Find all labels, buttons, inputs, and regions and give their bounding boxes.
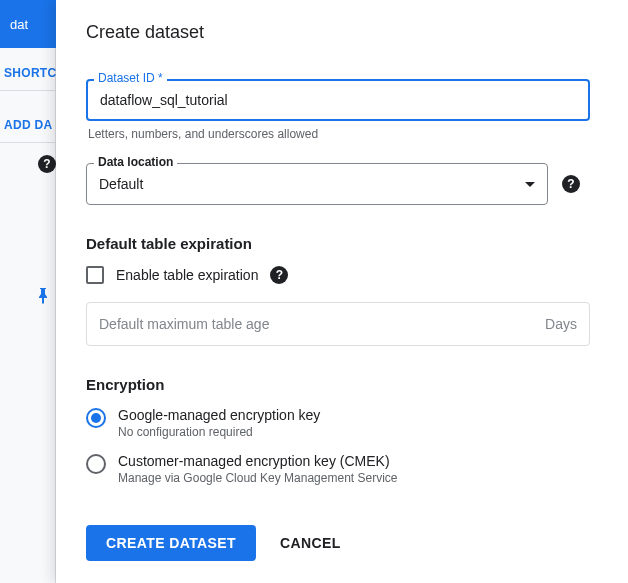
chevron-down-icon (525, 182, 535, 187)
data-location-select[interactable]: Default (86, 163, 548, 205)
create-dataset-button[interactable]: CREATE DATASET (86, 525, 256, 561)
enable-expiration-label: Enable table expiration (116, 267, 258, 283)
sidebar-adddata-label: ADD DA (0, 108, 56, 143)
pin-icon[interactable] (36, 288, 50, 308)
create-dataset-dialog: Create dataset Dataset ID * Letters, num… (56, 0, 628, 583)
encryption-radio-google[interactable] (86, 408, 106, 428)
encryption-option-label: Google-managed encryption key (118, 407, 320, 423)
data-location-label: Data location (94, 155, 177, 169)
max-table-age-placeholder: Default maximum table age (99, 316, 269, 332)
encryption-radio-cmek[interactable] (86, 454, 106, 474)
help-icon[interactable]: ? (562, 175, 580, 193)
help-icon[interactable]: ? (38, 155, 56, 173)
encryption-option-sub: Manage via Google Cloud Key Management S… (118, 471, 398, 485)
dataset-id-input[interactable] (86, 79, 590, 121)
sidebar-shortcut-label: SHORTCU (0, 56, 56, 91)
max-table-age-input: Default maximum table age Days (86, 302, 590, 346)
max-table-age-suffix: Days (545, 316, 577, 332)
encryption-section-title: Encryption (86, 376, 598, 393)
encryption-option-label: Customer-managed encryption key (CMEK) (118, 453, 398, 469)
expiration-section-title: Default table expiration (86, 235, 598, 252)
background-topbar: dat (0, 0, 56, 48)
help-icon[interactable]: ? (270, 266, 288, 284)
dataset-id-label: Dataset ID * (94, 71, 167, 85)
cancel-button[interactable]: CANCEL (280, 535, 341, 551)
enable-expiration-checkbox[interactable] (86, 266, 104, 284)
dialog-title: Create dataset (86, 22, 598, 43)
dataset-id-help: Letters, numbers, and underscores allowe… (88, 127, 598, 141)
encryption-option-sub: No configuration required (118, 425, 320, 439)
app-title-fragment: dat (10, 17, 28, 32)
data-location-value: Default (99, 176, 143, 192)
